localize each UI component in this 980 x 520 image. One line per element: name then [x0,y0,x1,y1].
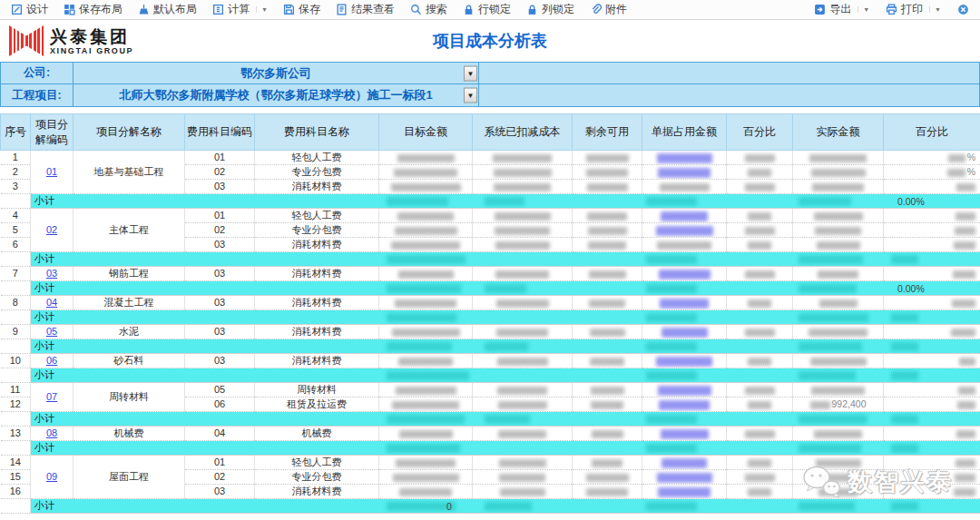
column-header-10: 实际金额 [793,114,884,151]
redacted-value [748,488,771,496]
toolbar-calculate-label: 计算 [228,2,250,17]
project-code-link[interactable]: 01 [46,166,57,177]
actual-amount-cell [793,456,884,470]
project-name-cell: 混凝土工程 [74,296,185,310]
toolbar-default-layout-button[interactable]: 默认布局 [138,2,197,17]
percentage2-cell [884,238,980,252]
toolbar-column-lock-button[interactable]: 列锁定 [526,2,574,17]
system-deducted-cost-cell [473,354,573,368]
table-row: 703钢筋工程03消耗材料费 [1,267,980,281]
document-occupied-amount-cell [642,383,727,397]
project-filter-dropdown-icon[interactable]: ▼ [464,88,477,103]
project-name-cell: 周转材料 [74,383,185,412]
toolbar-calculate-button[interactable]: 计算▼ [212,2,268,17]
document-occupied-amount-cell [642,180,727,194]
redacted-value [387,415,465,424]
redacted-value [748,241,771,250]
redacted-value [592,459,622,467]
percentage2-cell [884,485,980,499]
table-row: 402主体工程01轻包人工费 [1,209,980,223]
redacted-value [658,386,711,396]
subtotal-spacer-cell [1,412,31,427]
project-code-link[interactable]: 06 [46,355,57,366]
project-code-link[interactable]: 03 [46,268,57,279]
toolbar-save-layout-button[interactable]: 保存布局 [64,2,122,17]
target-amount-cell [379,397,473,412]
project-filter-value[interactable]: 北师大鄂尔多斯附属学校（鄂尔多斯足球学校）施工一标段1 ▼ [74,84,479,106]
redacted-value [589,270,626,279]
company-filter-value[interactable]: 鄂尔多斯公司 ▼ [74,63,479,83]
dropdown-caret-icon[interactable]: ▼ [256,6,268,13]
project-code-cell: 02 [31,209,74,252]
toolbar-print-button[interactable]: 打印▼ [886,2,941,17]
redacted-value [799,444,861,453]
toolbar-row-lock-button[interactable]: 行锁定 [463,2,511,17]
redacted-value [497,387,547,395]
redacted-value [498,401,547,409]
system-deducted-cost-cell [473,223,573,238]
toolbar-close-button[interactable] [957,4,969,15]
redacted-value [657,153,712,163]
redacted-value [745,227,775,235]
dropdown-caret-icon[interactable]: ▼ [858,6,869,13]
redacted-value [815,227,861,235]
redacted-value [748,401,771,409]
actual-amount-cell [793,180,884,194]
redacted-value [659,270,710,280]
company-filter-dropdown-icon[interactable]: ▼ [464,65,477,81]
percentage2-cell [884,223,980,238]
redacted-value [590,358,624,366]
redacted-value [891,313,918,322]
system-deducted-cost-cell [473,238,573,252]
toolbar-search-button[interactable]: 搜索 [410,2,447,17]
project-code-link[interactable]: 08 [46,427,57,438]
row-number: 3 [1,180,31,194]
redacted-value [656,226,713,236]
project-name: 水泥 [119,326,139,337]
project-code-link[interactable]: 02 [46,224,57,235]
project-code-link[interactable]: 07 [46,391,57,402]
dropdown-caret-icon[interactable]: ▼ [929,6,941,13]
redacted-value [956,459,975,467]
project-name-cell: 钢筋工程 [74,267,185,281]
subject-name: 专业分包费 [255,470,379,485]
redacted-value [397,212,454,221]
percentage2-cell [884,354,980,368]
percentage-cell [727,296,793,310]
redacted-value [891,371,918,380]
subject-code: 01 [185,456,255,470]
actual-amount-cell [793,485,884,499]
toolbar-design-button[interactable]: 设计 [11,2,48,17]
redacted-value [646,284,697,293]
toolbar-result-view-button[interactable]: 结果查看 [336,2,395,17]
project-name-cell: 地基与基础工程 [74,151,185,194]
redacted-value [387,502,456,511]
redacted-value [493,154,552,162]
actual-amount-cell [793,296,884,310]
actual-amount-cell [793,427,884,441]
subject-name: 轻包人工费 [255,209,379,223]
actual-amount-cell [793,267,884,281]
table-row: 905水泥03消耗材料费 [1,325,980,339]
toolbar-export-label: 导出 [829,2,851,17]
project-code-link[interactable]: 09 [46,471,57,482]
project-code-link[interactable]: 04 [46,297,57,308]
system-deducted-cost-cell [473,325,573,339]
project-code-link[interactable]: 05 [46,326,57,337]
redacted-value [661,429,709,439]
toolbar-export-button[interactable]: 导出▼ [814,2,869,17]
remaining-available-cell [573,296,642,310]
toolbar-attachment-button[interactable]: 附件 [590,2,627,17]
subject-code: 02 [185,165,255,180]
percentage2-cell [884,267,980,281]
toolbar-save-button[interactable]: 保存 [283,2,320,17]
row-lock-icon [463,4,475,15]
redacted-value [495,241,550,250]
document-occupied-amount-cell [642,238,727,252]
redacted-value [812,183,864,191]
redacted-value [956,430,975,438]
redacted-value [799,371,856,380]
redacted-value [591,401,623,409]
document-occupied-amount-cell [642,209,727,223]
redacted-value [817,241,860,250]
